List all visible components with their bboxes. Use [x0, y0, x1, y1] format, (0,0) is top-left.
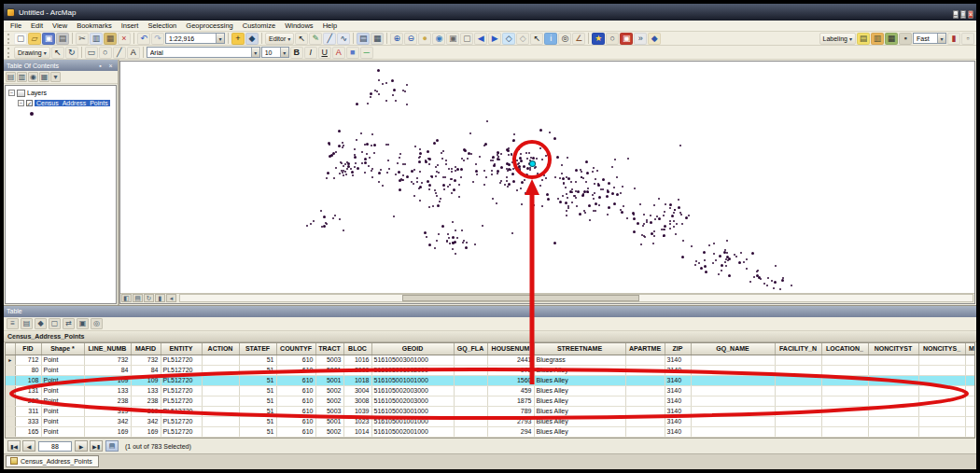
toc-close-icon[interactable]: ×	[106, 63, 115, 69]
toc-root-layers[interactable]: Layers	[6, 88, 116, 98]
circle-tool-icon[interactable]: ○	[99, 47, 112, 59]
undo-icon[interactable]: ↶	[137, 33, 150, 45]
lock-labels-icon[interactable]: ▪	[899, 33, 912, 45]
print-icon[interactable]: ▤	[56, 33, 69, 45]
catalog-window-icon[interactable]: ★	[592, 33, 605, 45]
clear-selection-icon[interactable]: ▢	[49, 318, 61, 329]
menu-edit[interactable]: Edit	[26, 21, 48, 30]
next-record-button[interactable]: ▶	[75, 440, 88, 452]
font-color-icon[interactable]: A	[332, 47, 345, 59]
menu-insert[interactable]: Insert	[117, 21, 144, 30]
redo-icon[interactable]: ↷	[151, 33, 164, 45]
table-row[interactable]: 165Point169169PL512720516105002101451610…	[6, 427, 975, 438]
identify-icon[interactable]: i	[544, 33, 557, 45]
column-header-facility-n[interactable]: FACILITY_N	[775, 343, 821, 355]
label-weight-icon[interactable]: ▦	[885, 33, 898, 45]
row-selector-cell[interactable]	[6, 427, 15, 438]
open-folder-icon[interactable]: ▱	[28, 33, 41, 45]
zoom-out-icon[interactable]: ⊖	[404, 33, 417, 45]
column-header-gq-fla[interactable]: GQ_FLA	[454, 343, 487, 355]
toolbar-grip[interactable]	[7, 34, 11, 44]
selected-address-point[interactable]	[530, 161, 535, 166]
column-header-gq-name[interactable]: GQ_NAME	[691, 343, 775, 355]
menu-view[interactable]: View	[48, 21, 72, 30]
toc-pin-icon[interactable]: ▪	[96, 63, 105, 69]
column-header-streetname[interactable]: STREETNAME	[534, 343, 625, 355]
attributes-icon[interactable]: ▤	[357, 33, 370, 45]
select-features-icon[interactable]: ◇	[502, 33, 515, 45]
table-row[interactable]: 232Point238238PL512720516105002300851610…	[6, 396, 975, 407]
rectangle-tool-icon[interactable]: ▭	[85, 47, 98, 59]
layer-label[interactable]: Census_Address_Points	[35, 100, 110, 106]
zoom-in-icon[interactable]: ⊕	[390, 33, 403, 45]
chevron-down-icon[interactable]: ▾	[216, 34, 224, 43]
table-row[interactable]: 131Point133133PL512720516105002300451610…	[6, 386, 975, 396]
last-record-button[interactable]: ▶▮	[90, 440, 103, 452]
chevron-down-icon[interactable]: ▾	[280, 48, 288, 57]
underline-button[interactable]: U	[318, 47, 331, 59]
edit-sketch-icon[interactable]: ✎	[309, 33, 322, 45]
add-data-icon[interactable]: +	[231, 33, 245, 45]
paste-icon[interactable]: ▦	[104, 33, 117, 45]
row-selector-cell[interactable]	[6, 386, 15, 396]
edit-tool-icon[interactable]: ↖	[295, 33, 308, 45]
column-header-geoid[interactable]: GEOID	[371, 343, 454, 355]
refresh-view-button[interactable]: ↻	[144, 294, 154, 302]
scrollbar-thumb[interactable]	[402, 295, 640, 301]
italic-button[interactable]: I	[304, 47, 317, 59]
column-header-fid[interactable]: FID	[15, 343, 41, 355]
menu-help[interactable]: Help	[318, 21, 342, 30]
point-symbol-icon[interactable]	[30, 112, 34, 116]
column-header-action[interactable]: ACTION	[202, 343, 239, 355]
column-header-noncityst[interactable]: NONCITYST	[868, 343, 918, 355]
column-header-countyf[interactable]: COUNTYF	[276, 343, 315, 355]
list-by-drawing-order-icon[interactable]: ▤	[6, 72, 16, 82]
map-scale-combo[interactable]: 1:22,916▾	[165, 33, 225, 44]
new-document-icon[interactable]: ▢	[14, 33, 27, 45]
table-options-icon[interactable]: ≡	[7, 318, 19, 329]
row-selector-cell[interactable]	[6, 376, 15, 386]
find-icon[interactable]: ◎	[558, 33, 571, 45]
editor-menu[interactable]: Editor▾	[265, 33, 294, 45]
label-priority-icon[interactable]: ▥	[871, 33, 884, 45]
data-view-button[interactable]: ◧	[121, 294, 132, 302]
layout-view-button[interactable]: ▤	[133, 294, 143, 302]
sketch-properties-icon[interactable]: ▦	[371, 33, 384, 45]
chevron-down-icon[interactable]: ▾	[251, 48, 259, 57]
fixed-zoom-in-icon[interactable]: ▣	[446, 33, 459, 45]
menu-windows[interactable]: Windows	[280, 21, 317, 30]
column-header-zip[interactable]: ZIP	[665, 343, 691, 355]
menu-selection[interactable]: Selection	[143, 21, 181, 30]
table-row[interactable]: 333Point342342PL512720516105001102351610…	[6, 417, 975, 427]
add-basemap-icon[interactable]: ◆	[245, 33, 259, 45]
select-elements-icon[interactable]: ↖	[530, 33, 543, 45]
arctoolbox-icon[interactable]: ▣	[620, 33, 633, 45]
column-header-m[interactable]: M	[965, 343, 975, 355]
view-unplaced-labels-icon[interactable]: ▫	[961, 33, 974, 45]
layer-checkbox[interactable]	[26, 100, 33, 106]
python-window-icon[interactable]: »	[634, 33, 647, 45]
table-row[interactable]: ▸712Point732732PL51272051610500310165161…	[6, 355, 975, 366]
column-header-apartme[interactable]: APARTME	[625, 343, 665, 355]
label-manager-icon[interactable]: ▤	[857, 33, 870, 45]
table-row[interactable]: 108Point109109PL512720516105001101851610…	[6, 376, 975, 386]
drawing-menu[interactable]: Drawing▾	[14, 47, 50, 59]
straight-segment-icon[interactable]: ╱	[323, 33, 336, 45]
chevron-down-icon[interactable]: ▾	[937, 34, 945, 43]
column-header-line-numb[interactable]: LINE_NUMB	[84, 343, 131, 355]
row-selector-cell[interactable]	[6, 366, 15, 376]
row-selector-cell[interactable]	[6, 417, 15, 427]
expander-icon[interactable]	[18, 100, 24, 106]
delete-icon[interactable]: ×	[118, 33, 131, 45]
column-header-bloc[interactable]: BLOC	[343, 343, 371, 355]
map-horizontal-scrollbar[interactable]	[179, 294, 973, 302]
list-by-selection-icon[interactable]: ▦	[39, 72, 49, 82]
clear-selection-icon[interactable]: ◇	[516, 33, 529, 45]
labeling-menu[interactable]: Labeling▾	[819, 33, 856, 45]
column-header-housenum[interactable]: HOUSENUM	[487, 343, 534, 355]
menu-customize[interactable]: Customize	[238, 21, 280, 30]
minimize-button[interactable]: –	[953, 10, 959, 19]
pan-icon[interactable]: ●	[418, 33, 431, 45]
menu-bookmarks[interactable]: Bookmarks	[72, 21, 117, 30]
switch-selection-icon[interactable]: ⇄	[63, 318, 75, 329]
